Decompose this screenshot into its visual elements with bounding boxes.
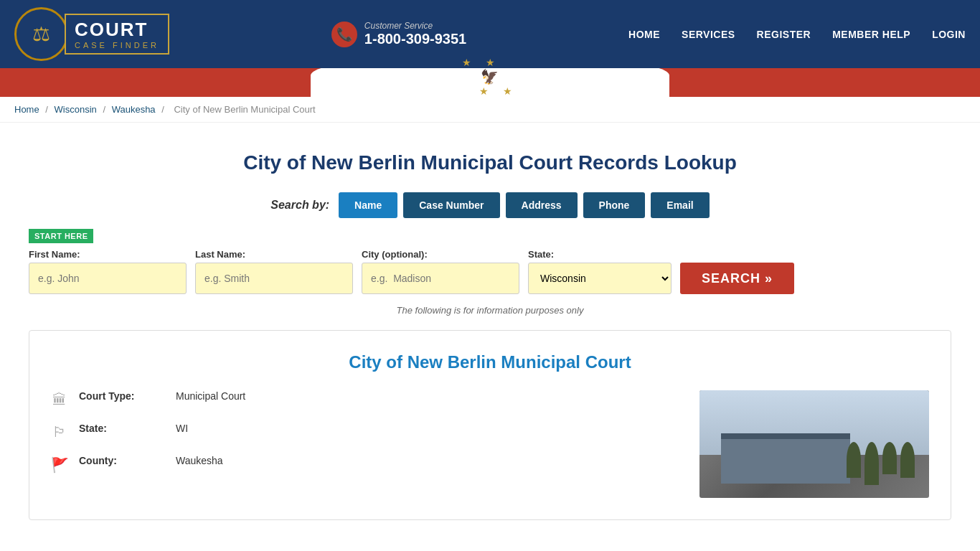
first-name-group: First Name:: [29, 249, 187, 294]
search-by-label: Search by:: [270, 199, 329, 212]
court-details: 🏛 Court Type: Municipal Court 🏳 State: W…: [51, 390, 678, 498]
breadcrumb-sep-3: /: [161, 104, 166, 115]
first-name-label: First Name:: [29, 249, 187, 260]
state-icon: 🏳: [51, 424, 68, 441]
phone-number: 1-800-309-9351: [364, 31, 466, 47]
city-group: City (optional):: [362, 249, 519, 294]
breadcrumb-waukesha[interactable]: Waukesha: [112, 104, 156, 115]
tab-phone[interactable]: Phone: [583, 192, 646, 218]
city-input[interactable]: [362, 263, 519, 294]
tab-name[interactable]: Name: [339, 192, 397, 218]
county-row: 🚩 County: Waukesha: [51, 455, 678, 474]
court-card: City of New Berlin Municipal Court 🏛 Cou…: [29, 330, 951, 520]
breadcrumb-sep-1: /: [45, 104, 50, 115]
first-name-input[interactable]: [29, 263, 187, 294]
breadcrumb-sep-2: /: [103, 104, 108, 115]
state-row: 🏳 State: WI: [51, 423, 678, 441]
city-label: City (optional):: [362, 249, 519, 260]
patriotic-banner: ★ ★ 🦅 ★ ★: [0, 68, 980, 97]
tab-case-number[interactable]: Case Number: [403, 192, 499, 218]
logo-text: COURT CASE FINDER: [65, 14, 169, 55]
search-form: First Name: Last Name: City (optional): …: [29, 249, 951, 294]
header: ⚖ COURT CASE FINDER 📞 Customer Service 1…: [0, 0, 980, 97]
logo-case-finder-text: CASE FINDER: [75, 41, 159, 50]
breadcrumb-wisconsin[interactable]: Wisconsin: [55, 104, 97, 115]
eagle-icon: 🦅: [481, 69, 499, 85]
county-icon: 🚩: [51, 456, 68, 474]
county-label: County:: [79, 455, 165, 466]
main-content: City of New Berlin Municipal Court Recor…: [0, 123, 980, 534]
nav-services[interactable]: SERVICES: [682, 29, 735, 40]
search-tabs-row: Search by: Name Case Number Address Phon…: [29, 192, 951, 218]
court-type-value: Municipal Court: [176, 390, 245, 402]
nav-member-help[interactable]: MEMBER HELP: [832, 29, 910, 40]
court-image: [699, 390, 929, 498]
start-here-badge: START HERE: [29, 229, 93, 243]
phone-area: 📞 Customer Service 1-800-309-9351: [331, 21, 466, 47]
tab-email[interactable]: Email: [651, 192, 709, 218]
logo-court-text: COURT: [75, 19, 159, 41]
search-button[interactable]: SEARCH »: [680, 263, 794, 294]
court-card-title: City of New Berlin Municipal Court: [51, 352, 929, 372]
scales-icon: ⚖: [32, 22, 50, 46]
stars-right: ★ ★: [462, 85, 518, 97]
court-type-label: Court Type:: [79, 390, 165, 402]
logo-area: ⚖ COURT CASE FINDER: [14, 7, 169, 61]
tab-address[interactable]: Address: [506, 192, 578, 218]
state-value: WI: [176, 423, 188, 434]
customer-service-label: Customer Service: [364, 21, 466, 31]
phone-text: Customer Service 1-800-309-9351: [364, 21, 466, 47]
last-name-label: Last Name:: [195, 249, 353, 260]
state-group: State: Wisconsin Alabama Alaska Arizona …: [528, 249, 672, 294]
phone-icon: 📞: [331, 22, 357, 47]
last-name-group: Last Name:: [195, 249, 353, 294]
state-detail-label: State:: [79, 423, 165, 434]
breadcrumb-home[interactable]: Home: [14, 104, 39, 115]
main-nav: HOME SERVICES REGISTER MEMBER HELP LOGIN: [628, 29, 966, 40]
page-title: City of New Berlin Municipal Court Recor…: [29, 151, 951, 174]
nav-login[interactable]: LOGIN: [932, 29, 966, 40]
nav-register[interactable]: REGISTER: [757, 29, 811, 40]
last-name-input[interactable]: [195, 263, 353, 294]
court-card-inner: 🏛 Court Type: Municipal Court 🏳 State: W…: [51, 390, 929, 498]
county-value: Waukesha: [176, 455, 223, 466]
court-type-icon: 🏛: [51, 392, 68, 408]
court-type-row: 🏛 Court Type: Municipal Court: [51, 390, 678, 408]
nav-home[interactable]: HOME: [628, 29, 660, 40]
breadcrumb-current: City of New Berlin Municipal Court: [174, 104, 315, 115]
stars-left: ★ ★: [462, 57, 518, 68]
logo-icon: ⚖: [14, 7, 68, 61]
breadcrumb: Home / Wisconsin / Waukesha / City of Ne…: [0, 97, 980, 123]
state-select[interactable]: Wisconsin Alabama Alaska Arizona Califor…: [528, 263, 672, 294]
info-note: The following is for information purpose…: [29, 305, 951, 316]
state-label: State:: [528, 249, 672, 260]
eagle-area: ★ ★ 🦅 ★ ★: [462, 57, 518, 97]
